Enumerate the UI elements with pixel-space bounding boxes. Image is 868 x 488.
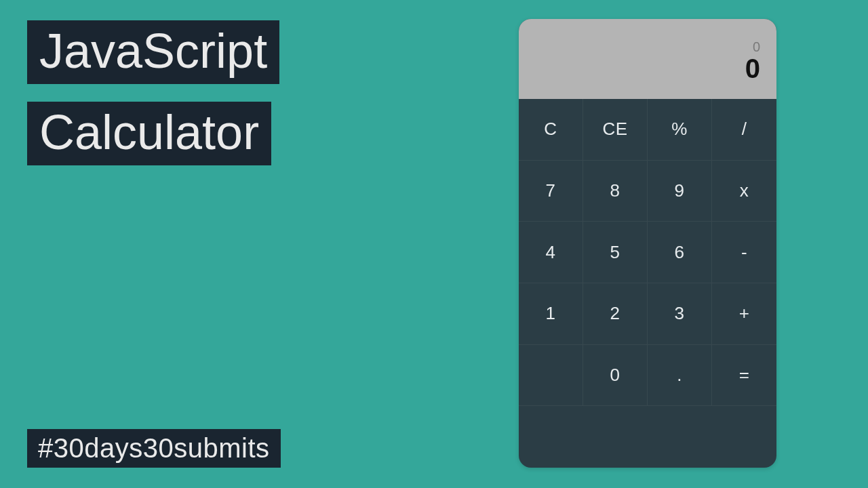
display-primary: 0 xyxy=(745,55,760,82)
key-multiply[interactable]: x xyxy=(712,161,776,222)
key-clear[interactable]: C xyxy=(519,99,583,161)
key-clear-entry[interactable]: CE xyxy=(583,99,648,161)
key-decimal[interactable]: . xyxy=(648,345,712,407)
display-secondary: 0 xyxy=(753,40,760,54)
calculator-keypad: C CE % / 7 8 9 x 4 5 6 - 1 2 3 + 0 . = xyxy=(519,99,776,468)
key-equals[interactable]: = xyxy=(712,345,776,407)
key-1[interactable]: 1 xyxy=(519,283,583,345)
title-line-1: JavaScript xyxy=(27,20,279,84)
key-5[interactable]: 5 xyxy=(583,222,648,283)
key-2[interactable]: 2 xyxy=(583,283,648,345)
hashtag-label: #30days30submits xyxy=(27,429,281,468)
key-percent[interactable]: % xyxy=(648,99,712,161)
key-blank xyxy=(519,345,583,407)
key-subtract[interactable]: - xyxy=(712,222,776,283)
calculator-display: 0 0 xyxy=(519,19,776,99)
calculator: 0 0 C CE % / 7 8 9 x 4 5 6 - 1 2 3 + 0 .… xyxy=(519,19,776,468)
key-add[interactable]: + xyxy=(712,283,776,345)
key-4[interactable]: 4 xyxy=(519,222,583,283)
key-3[interactable]: 3 xyxy=(648,283,712,345)
title-line-2: Calculator xyxy=(27,102,271,165)
key-8[interactable]: 8 xyxy=(583,161,648,222)
key-7[interactable]: 7 xyxy=(519,161,583,222)
key-6[interactable]: 6 xyxy=(648,222,712,283)
key-0[interactable]: 0 xyxy=(583,345,648,407)
key-9[interactable]: 9 xyxy=(648,161,712,222)
key-divide[interactable]: / xyxy=(712,99,776,161)
